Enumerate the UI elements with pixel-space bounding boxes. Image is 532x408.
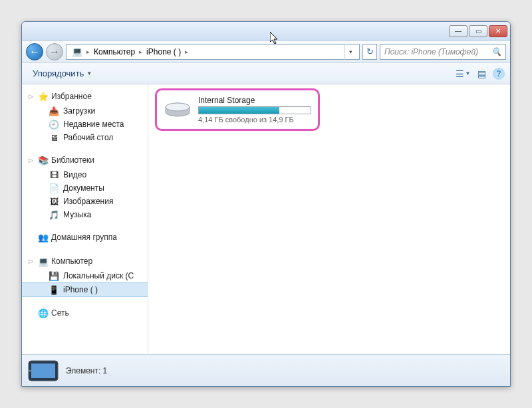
view-options-button[interactable]: ☰▼ — [456, 66, 470, 81]
network-icon: 🌐 — [38, 308, 49, 318]
storage-bar — [198, 106, 311, 114]
item-free-text: 4,14 ГБ свободно из 14,9 ГБ — [198, 116, 311, 124]
status-bar: Элемент: 1 — [22, 354, 510, 386]
view-icon: ☰ — [456, 68, 464, 79]
sidebar-computer-group: ▷💻Компьютер 💾Локальный диск (C 📱iPhone (… — [22, 255, 148, 297]
svg-rect-3 — [31, 363, 55, 378]
image-icon: 🖼 — [49, 196, 59, 207]
minimize-button[interactable]: — — [449, 25, 467, 37]
sidebar-item-label: Локальный диск (C — [63, 271, 134, 280]
sidebar-libraries-group: ▷📚Библиотеки 🎞Видео 📄Документы 🖼Изображе… — [22, 153, 148, 221]
chevron-icon: ▷ — [29, 93, 33, 100]
desktop-icon: 🖥 — [49, 132, 59, 143]
sidebar-item-desktop[interactable]: 🖥Рабочий стол — [22, 131, 148, 144]
sidebar-homegroup-group: 👥Домашняя группа — [22, 231, 148, 245]
breadcrumb-root[interactable]: 💻 — [69, 47, 85, 57]
sidebar-item-iphone[interactable]: 📱iPhone ( ) — [22, 282, 148, 297]
homegroup-icon: 👥 — [38, 232, 49, 243]
sidebar-item-label: Музыка — [63, 210, 91, 219]
sidebar-item-downloads[interactable]: 📥Загрузки — [22, 104, 148, 118]
help-button[interactable]: ? — [493, 68, 505, 80]
video-icon: 🎞 — [49, 169, 59, 180]
sidebar-item-documents[interactable]: 📄Документы — [22, 181, 148, 195]
refresh-icon: ↻ — [366, 47, 374, 56]
device-icon — [27, 359, 59, 382]
star-icon: ⭐ — [38, 91, 49, 102]
sidebar-favorites-head[interactable]: ▷⭐Избранное — [22, 90, 148, 104]
computer-icon: 💻 — [38, 256, 49, 266]
body: ▷⭐Избранное 📥Загрузки 🕘Недавние места 🖥Р… — [22, 84, 510, 354]
sidebar-favorites-group: ▷⭐Избранное 📥Загрузки 🕘Недавние места 🖥Р… — [22, 90, 148, 144]
maximize-icon: ▭ — [475, 27, 481, 35]
refresh-button[interactable]: ↻ — [362, 44, 377, 60]
sidebar-head-label: Сеть — [51, 308, 69, 318]
sidebar-libraries-head[interactable]: ▷📚Библиотеки — [22, 153, 148, 168]
chevron-icon: ▷ — [29, 258, 33, 264]
sidebar-homegroup-head[interactable]: 👥Домашняя группа — [22, 231, 148, 245]
breadcrumb-sep-icon[interactable]: ▸ — [138, 49, 144, 55]
sidebar-item-label: Загрузки — [63, 106, 95, 116]
breadcrumb-seg1[interactable]: Компьютер — [91, 47, 138, 56]
search-box[interactable]: Поиск: iPhone (Тимофей) 🔍 — [380, 44, 506, 60]
item-name: Internal Storage — [198, 96, 311, 105]
maximize-button[interactable]: ▭ — [469, 25, 487, 37]
sidebar-item-label: Видео — [63, 170, 86, 179]
sidebar-item-video[interactable]: 🎞Видео — [22, 168, 148, 181]
breadcrumb-sep-icon[interactable]: ▸ — [184, 49, 190, 55]
content-pane[interactable]: Internal Storage 4,14 ГБ свободно из 14,… — [148, 84, 510, 354]
recent-icon: 🕘 — [49, 119, 59, 130]
sidebar-network-group: 🌐Сеть — [22, 306, 148, 321]
preview-icon: ▤ — [477, 68, 486, 79]
sidebar-item-recent[interactable]: 🕘Недавние места — [22, 118, 148, 131]
organize-button[interactable]: Упорядочить ▼ — [27, 66, 97, 81]
search-icon: 🔍 — [491, 47, 501, 56]
arrow-left-icon: ← — [29, 46, 40, 58]
minimize-icon: — — [455, 27, 462, 35]
search-placeholder: Поиск: iPhone (Тимофей) — [384, 47, 478, 56]
sidebar-network-head[interactable]: 🌐Сеть — [22, 306, 148, 321]
download-icon: 📥 — [49, 106, 59, 116]
breadcrumb-seg2[interactable]: iPhone ( ) — [144, 47, 184, 56]
sidebar-item-music[interactable]: 🎵Музыка — [22, 208, 148, 221]
chevron-down-icon: ▼ — [466, 70, 471, 76]
disk-icon: 💾 — [49, 270, 59, 281]
sidebar-item-label: iPhone ( ) — [63, 285, 98, 294]
titlebar[interactable]: — ▭ ✕ — [22, 22, 510, 41]
chevron-down-icon: ▼ — [86, 70, 92, 76]
sidebar-head-label: Компьютер — [51, 256, 92, 266]
library-icon: 📚 — [38, 155, 49, 165]
internal-storage-item[interactable]: Internal Storage 4,14 ГБ свободно из 14,… — [155, 88, 320, 131]
sidebar-item-label: Изображения — [63, 197, 113, 206]
window-buttons: — ▭ ✕ — [449, 25, 507, 37]
svg-point-4 — [29, 369, 31, 371]
sidebar-head-label: Домашняя группа — [51, 233, 117, 242]
sidebar: ▷⭐Избранное 📥Загрузки 🕘Недавние места 🖥Р… — [22, 84, 148, 354]
help-icon: ? — [496, 69, 501, 78]
close-button[interactable]: ✕ — [489, 25, 507, 37]
chevron-icon: ▷ — [29, 157, 33, 163]
document-icon: 📄 — [49, 183, 59, 193]
preview-pane-button[interactable]: ▤ — [474, 66, 489, 81]
sidebar-item-local-disk[interactable]: 💾Локальный диск (C — [22, 269, 148, 282]
close-icon: ✕ — [495, 27, 501, 35]
sidebar-head-label: Библиотеки — [51, 155, 94, 165]
explorer-window: — ▭ ✕ ← → 💻 ▸ Компьютер ▸ iPhone ( ) ▸ ▾… — [21, 21, 511, 387]
computer-icon: 💻 — [72, 47, 82, 57]
drive-icon — [164, 100, 192, 120]
nav-bar: ← → 💻 ▸ Компьютер ▸ iPhone ( ) ▸ ▾ ↻ Пои… — [22, 41, 510, 63]
sidebar-computer-head[interactable]: ▷💻Компьютер — [22, 255, 148, 269]
sidebar-item-images[interactable]: 🖼Изображения — [22, 195, 148, 208]
address-dropdown[interactable]: ▾ — [344, 44, 356, 60]
storage-bar-fill — [199, 107, 279, 114]
item-info: Internal Storage 4,14 ГБ свободно из 14,… — [198, 96, 311, 124]
arrow-right-icon: → — [49, 46, 60, 58]
sidebar-item-label: Рабочий стол — [63, 133, 113, 142]
status-text: Элемент: 1 — [66, 366, 107, 375]
forward-button[interactable]: → — [46, 43, 63, 60]
sidebar-item-label: Документы — [63, 183, 104, 193]
back-button[interactable]: ← — [26, 43, 43, 60]
address-bar[interactable]: 💻 ▸ Компьютер ▸ iPhone ( ) ▸ ▾ — [66, 44, 360, 60]
sidebar-item-label: Недавние места — [63, 120, 124, 129]
sidebar-head-label: Избранное — [51, 92, 92, 101]
breadcrumb-sep-icon[interactable]: ▸ — [85, 49, 91, 55]
